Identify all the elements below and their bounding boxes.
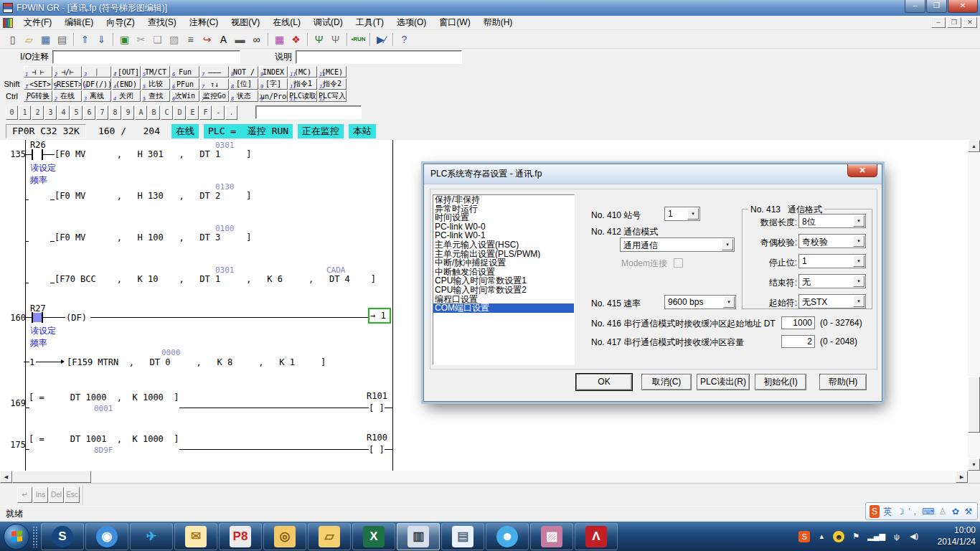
comm-mode-select[interactable]: 通用通信▼ [620,237,735,252]
hex-key-button[interactable]: 3 [44,105,57,120]
menu-item[interactable]: 查找(S) [141,15,183,30]
open-file-icon[interactable]: ▱ [21,32,37,47]
fkey-button[interactable]: 2在线 [53,90,82,102]
buffer-start-input[interactable]: 1000 [781,316,815,329]
hex-key-button[interactable]: 8 [109,105,121,120]
status-monitor-icon[interactable]: ❖ [288,32,304,47]
menu-item[interactable]: 工具(T) [349,15,390,30]
data-length-select[interactable]: 8位▼ [798,214,866,228]
tray-volume[interactable]: ◀) [908,531,920,542]
register-category-item[interactable]: 主单元输出设置(PLS/PWM) [433,250,574,259]
df-instruction[interactable]: (DF) [66,313,87,323]
fkey-button[interactable]: 1PG转换 [24,90,52,102]
dialog-close-button[interactable]: ✕ [847,164,877,177]
help-icon[interactable]: ? [396,32,413,47]
menu-item[interactable]: 编辑(E) [58,15,100,30]
register-category-list[interactable]: 保持/非保持异常时运行时间设置PC-link W0-0PC-link W0-1主… [433,194,575,365]
toolbar-icon[interactable] [113,33,113,46]
hex-key-button[interactable]: 6 [83,105,95,120]
parity-select[interactable]: 奇校验▼ [798,234,866,248]
initialize-button[interactable]: 初始化(I) [755,374,806,390]
find-icon[interactable]: ∞ [248,32,265,47]
fkey-button[interactable]: 3离线 [83,90,111,102]
taskbar-qq-app[interactable]: ☻ [486,523,529,550]
close-button[interactable]: ✕ [948,0,978,13]
station-number-select[interactable]: 1▼ [664,207,700,221]
menu-item[interactable]: 选项(O) [390,15,433,30]
fkey-button[interactable]: 7↑↓ [200,78,229,90]
fkey-button[interactable]: 11指令1 [288,78,317,90]
run-pause-icon[interactable]: ▶∕ [373,32,390,47]
fkey-button[interactable]: 5TM/CT [141,66,170,77]
toolbar-icon[interactable] [347,33,347,46]
register-category-item[interactable]: 中断触发沿设置 [433,268,574,277]
scroll-up-button[interactable]: ▲ [968,140,980,152]
chevron-down-icon[interactable]: ▼ [853,255,864,267]
ime-punctuation[interactable]: '， [909,505,919,518]
ime-sogou-logo[interactable]: S [870,505,880,518]
register-category-item[interactable]: COM端口设置 [433,303,574,313]
instruction-f0mv-3[interactable]: [F0 MV , H 100 , DT 3 ] [55,232,252,242]
register-category-item[interactable]: 主单元输入设置(HSC) [433,240,574,250]
hex-key-button[interactable]: - [212,105,225,120]
child-restore-button[interactable]: ❐ [947,17,961,28]
taskbar-mail-client[interactable]: ✉ [174,523,217,550]
chevron-down-icon[interactable]: ▼ [853,276,864,287]
taskbar-hummingbird[interactable]: ✈ [130,523,173,550]
menu-item[interactable]: 注释(C) [183,15,225,30]
instruction-list-icon[interactable]: ≡ [182,32,199,47]
cut-icon[interactable]: ✂ [133,32,149,47]
hex-key-button[interactable]: 9 [122,105,134,120]
hex-key-button[interactable]: 5 [70,105,83,120]
chevron-down-icon[interactable]: ▼ [723,296,735,308]
hex-key-button[interactable]: 0 [6,105,18,120]
register-category-item[interactable]: 时间设置 [433,213,574,222]
fkey-button[interactable]: 8状态 [230,90,258,102]
monitor-grid-icon[interactable]: ▦ [271,32,288,47]
edit-key-button[interactable]: Del [49,487,64,503]
new-file-icon[interactable]: ▯ [4,32,21,47]
edit-key-button[interactable]: ↵ [17,487,32,503]
fkey-button[interactable]: 4(END) [112,78,141,90]
taskbar-clock[interactable]: 10:00 2014/1/24 [924,524,976,547]
scroll-left-button[interactable]: ◀ [0,471,12,483]
instruction-f0mv-1[interactable]: [F0 MV , H 301 , DT 1 ] [55,149,252,159]
jump-icon[interactable]: ↪ [199,32,215,47]
instruction-f0mv-2[interactable]: [F0 MV , H 130 , DT 2 ] [55,191,252,201]
horizontal-scrollbar[interactable]: ◀ ▶ [0,471,968,483]
taskbar-fpwin-gr[interactable]: ▥ [397,523,440,550]
hex-key-button[interactable]: 2 [32,105,44,120]
menu-item[interactable]: 文件(F) [17,15,58,30]
tray-devices[interactable]: ψ [891,531,903,542]
fkey-button[interactable]: 5比较 [141,78,170,90]
vertical-scrollbar[interactable]: ▲ ▼ [968,140,980,471]
upload-program-icon[interactable]: ⇑ [77,32,93,47]
ok-button[interactable]: OK [576,374,632,390]
vscroll-thumb[interactable] [968,377,980,433]
hex-key-button[interactable]: 1 [19,105,31,120]
fkey-button[interactable]: 12(MCE) [318,66,347,77]
output-coil[interactable]: [ ] [369,445,385,455]
block-comment-icon[interactable]: ▬ [232,32,248,47]
register-category-item[interactable]: 异常时运行 [433,204,574,214]
help-button[interactable]: 帮助(H) [819,374,867,390]
fkey-button[interactable]: 9[字] [259,78,288,90]
chevron-down-icon[interactable]: ▼ [853,235,864,247]
fkey-button[interactable]: 1-<SET> [24,78,52,90]
online-icon[interactable]: Ψ [311,32,327,47]
child-close-button[interactable]: ✕ [963,17,977,28]
output-coil[interactable]: [ ] [369,403,385,413]
run-mode-icon[interactable]: •RUN [350,32,367,47]
taskbar-photo-viewer[interactable]: ▨ [530,523,573,550]
select-mode-icon[interactable]: ▣ [116,32,133,47]
ime-lang-mode[interactable]: 英 [882,505,892,518]
hscroll-thumb[interactable] [12,471,91,483]
taskbar-adobe-reader[interactable]: Λ [575,523,618,550]
toolbar-icon[interactable] [392,33,393,46]
fkey-button[interactable]: 7——— [200,66,229,77]
tray-sogou[interactable]: S [798,531,810,542]
register-category-item[interactable]: CPU输入时间常数设置2 [433,286,574,295]
hex-key-button[interactable]: B [148,105,160,120]
toolbar-icon[interactable] [268,33,268,46]
register-category-item[interactable]: 保持/非保持 [433,195,574,204]
